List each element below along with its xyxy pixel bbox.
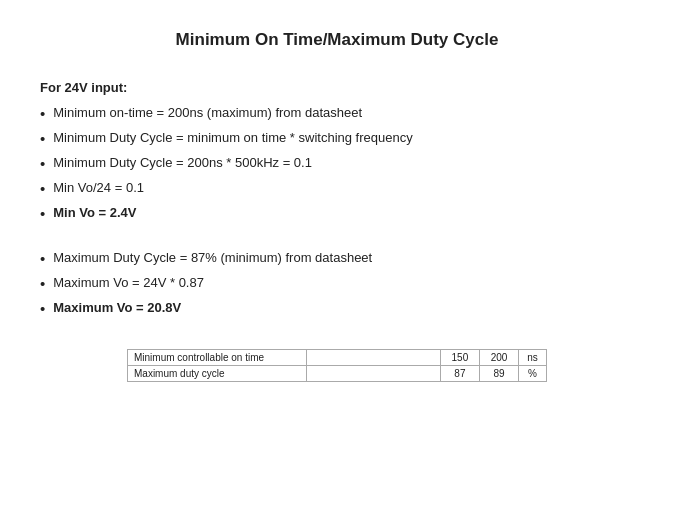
list-item-bold1: • Min Vo = 2.4V xyxy=(40,203,634,224)
list-item: • Minimum on-time = 200ns (maximum) from… xyxy=(40,103,634,124)
bullet-list-group1: • Minimum on-time = 200ns (maximum) from… xyxy=(40,103,634,224)
list-item: • Min Vo/24 = 0.1 xyxy=(40,178,634,199)
list-item-text: Min Vo/24 = 0.1 xyxy=(53,178,144,198)
spacer xyxy=(40,234,634,248)
bullet-icon: • xyxy=(40,298,45,319)
bullet-icon: • xyxy=(40,178,45,199)
bullet-icon: • xyxy=(40,203,45,224)
datasheet-table: Minimum controllable on time 150 200 ns … xyxy=(127,349,547,382)
list-item: • Minimum Duty Cycle = minimum on time *… xyxy=(40,128,634,149)
list-item: • Minimum Duty Cycle = 200ns * 500kHz = … xyxy=(40,153,634,174)
list-item-text: Maximum Vo = 24V * 0.87 xyxy=(53,273,204,293)
page-title: Minimum On Time/Maximum Duty Cycle xyxy=(40,30,634,50)
list-item-bold-text: Min Vo = 2.4V xyxy=(53,203,136,223)
list-item: • Maximum Duty Cycle = 87% (minimum) fro… xyxy=(40,248,634,269)
table-cell-val1: 150 xyxy=(440,350,479,366)
list-item-text: Maximum Duty Cycle = 87% (minimum) from … xyxy=(53,248,372,268)
table-cell-label: Maximum duty cycle xyxy=(128,366,307,382)
list-item: • Maximum Vo = 24V * 0.87 xyxy=(40,273,634,294)
bullet-icon: • xyxy=(40,103,45,124)
table-cell-unit: % xyxy=(519,366,547,382)
list-item-text: Minimum on-time = 200ns (maximum) from d… xyxy=(53,103,362,123)
list-item-text: Minimum Duty Cycle = minimum on time * s… xyxy=(53,128,412,148)
table-cell-val1: 87 xyxy=(440,366,479,382)
table-cell-empty xyxy=(306,366,440,382)
table-row: Minimum controllable on time 150 200 ns xyxy=(128,350,547,366)
bullet-icon: • xyxy=(40,248,45,269)
bullet-list-group2: • Maximum Duty Cycle = 87% (minimum) fro… xyxy=(40,248,634,319)
bullet-icon: • xyxy=(40,128,45,149)
table-cell-val2: 200 xyxy=(479,350,518,366)
list-item-text: Minimum Duty Cycle = 200ns * 500kHz = 0.… xyxy=(53,153,312,173)
table-cell-label: Minimum controllable on time xyxy=(128,350,307,366)
bullet-icon: • xyxy=(40,153,45,174)
list-item-bold-text2: Maximum Vo = 20.8V xyxy=(53,298,181,318)
section-heading: For 24V input: xyxy=(40,80,634,95)
table-cell-unit: ns xyxy=(519,350,547,366)
table-cell-val2: 89 xyxy=(479,366,518,382)
list-item-bold2: • Maximum Vo = 20.8V xyxy=(40,298,634,319)
table-cell-empty xyxy=(306,350,440,366)
bullet-icon: • xyxy=(40,273,45,294)
table-row: Maximum duty cycle 87 89 % xyxy=(128,366,547,382)
